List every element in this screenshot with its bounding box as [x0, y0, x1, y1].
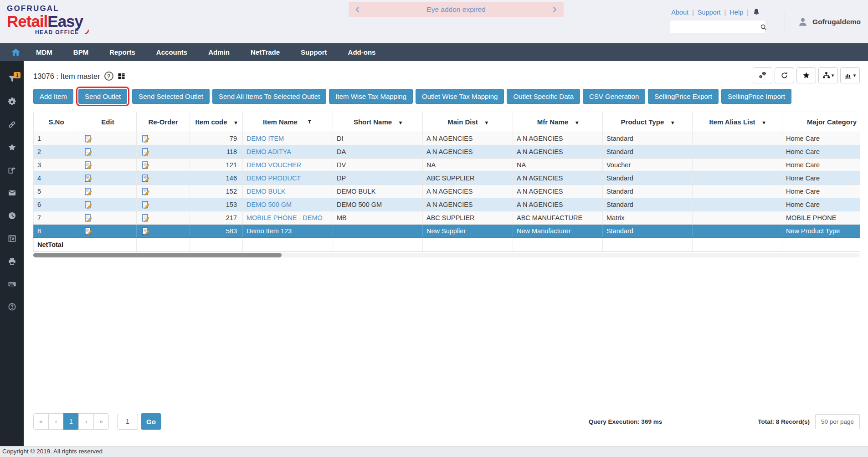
column-header-item-alias-list[interactable]: Item Alias List▾ [693, 112, 782, 132]
settings-gear-icon[interactable] [0, 98, 24, 120]
item-name-link[interactable]: DEMO VOUCHER [247, 161, 301, 169]
next-page-button[interactable]: › [78, 413, 94, 430]
item-name-link[interactable]: DEMO ADITYA [247, 148, 291, 155]
edit-icon[interactable] [79, 211, 137, 225]
page-help-icon[interactable]: ? [104, 72, 113, 81]
sort-caret-icon[interactable]: ▾ [671, 119, 674, 126]
column-header-item-name[interactable]: Item Name [243, 112, 333, 132]
filter-funnel-icon[interactable] [307, 118, 313, 126]
about-link[interactable]: About [671, 9, 688, 16]
favorites-star-icon[interactable] [0, 143, 24, 166]
column-header-main-dist[interactable]: Main Dist▾ [423, 112, 513, 132]
table-row[interactable]: 5152DEMO BULKDEMO BULKA N AGENCIESA N AG… [34, 185, 860, 198]
nav-item-support[interactable]: Support [290, 43, 338, 61]
last-page-button[interactable]: » [93, 413, 109, 430]
item-name-link[interactable]: DEMO ITEM [247, 135, 284, 142]
mail-icon[interactable] [0, 189, 24, 211]
column-header-re-order[interactable]: Re-Order [137, 112, 190, 132]
layout-grid-icon[interactable] [118, 72, 125, 80]
chart-view-button[interactable]: ▾ [840, 67, 860, 83]
table-row[interactable]: 2118DEMO ADITYADAA N AGENCIESA N AGENCIE… [34, 145, 860, 159]
notifications-bell-icon[interactable] [752, 8, 760, 16]
outlet-specific-data-button[interactable]: Outlet Specific Data [507, 89, 580, 104]
sort-caret-icon[interactable]: ▾ [235, 119, 237, 126]
item-wise-tax-mapping-button[interactable]: Item Wise Tax Mapping [329, 89, 413, 104]
hierarchy-view-button[interactable]: ▾ [818, 67, 838, 83]
favorite-star-button[interactable] [796, 67, 816, 83]
nav-item-nettrade[interactable]: NetTrade [240, 43, 290, 61]
help-link[interactable]: Help [729, 9, 743, 16]
nav-item-add-ons[interactable]: Add-ons [338, 43, 386, 61]
refresh-button[interactable] [775, 67, 794, 83]
go-button[interactable]: Go [141, 413, 161, 430]
brand-logo[interactable]: GOFRUGAL RetailEasy HEAD OFFICE [7, 4, 83, 36]
column-header-item-code[interactable]: Item code▾ [190, 112, 243, 132]
outlet-wise-tax-mapping-button[interactable]: Outlet Wise Tax Mapping [416, 89, 504, 104]
column-header-s-no[interactable]: S.No [34, 112, 79, 132]
send-outlet-button[interactable]: Send Outlet [78, 89, 127, 104]
keyboard-icon[interactable] [0, 280, 24, 303]
csv-generation-button[interactable]: CSV Generation [583, 89, 645, 104]
column-header-product-type[interactable]: Product Type▾ [603, 112, 693, 132]
page-number-input[interactable] [117, 414, 138, 430]
banner-prev-icon[interactable] [349, 6, 367, 13]
window-restore-icon[interactable] [0, 234, 24, 257]
reorder-icon[interactable] [137, 132, 190, 145]
reorder-icon[interactable] [137, 198, 190, 211]
settings-gears-button[interactable] [753, 67, 772, 83]
send-selected-outlet-button[interactable]: Send Selected Outlet [132, 89, 210, 104]
prev-page-button[interactable]: ‹ [48, 413, 64, 430]
history-clock-icon[interactable] [0, 211, 24, 234]
sort-caret-icon[interactable]: ▾ [763, 119, 765, 126]
add-item-button[interactable]: Add Item [33, 89, 73, 104]
sort-caret-icon[interactable]: ▾ [575, 119, 578, 126]
reorder-icon[interactable] [137, 225, 190, 238]
edit-icon[interactable] [79, 185, 137, 198]
column-header-major-category[interactable]: Major Category▾ [782, 112, 860, 132]
sellingprice-export-button[interactable]: SellingPrice Export [648, 89, 719, 104]
edit-icon[interactable] [79, 132, 137, 145]
edit-icon[interactable] [79, 159, 137, 172]
reorder-icon[interactable] [137, 185, 190, 198]
item-name-link[interactable]: Demo Item 123 [247, 227, 292, 235]
first-page-button[interactable]: « [33, 413, 49, 430]
table-row[interactable]: 3121DEMO VOUCHERDVNANAVoucherHome Care [34, 159, 860, 172]
edit-icon[interactable] [79, 198, 137, 211]
banner-next-icon[interactable] [545, 6, 564, 13]
link-icon[interactable] [0, 120, 24, 143]
support-link[interactable]: Support [698, 9, 721, 16]
sort-caret-icon[interactable]: ▾ [485, 119, 488, 126]
horizontal-scrollbar[interactable] [33, 253, 860, 257]
home-button[interactable] [5, 47, 26, 57]
page-1-button[interactable]: 1 [63, 413, 79, 430]
send-all-items-to-selected-outlet-button[interactable]: Send All Items To Selected Outlet [212, 89, 326, 104]
per-page-select[interactable]: 50 per page [815, 414, 860, 429]
nav-item-bpm[interactable]: BPM [63, 43, 99, 61]
column-header-mfr-name[interactable]: Mfr Name▾ [513, 112, 603, 132]
user-menu[interactable]: Gofrugaldemo [785, 12, 861, 32]
help-circle-icon[interactable] [0, 303, 24, 325]
item-name-link[interactable]: DEMO PRODUCT [247, 175, 301, 182]
item-name-link[interactable]: DEMO 500 GM [247, 201, 292, 208]
nav-item-admin[interactable]: Admin [198, 43, 240, 61]
table-row[interactable]: 4146DEMO PRODUCTDPABC SUPPLIERA N AGENCI… [34, 172, 860, 185]
print-icon[interactable] [0, 257, 24, 280]
column-header-short-name[interactable]: Short Name▾ [333, 112, 423, 132]
table-row[interactable]: 179DEMO ITEMDIA N AGENCIESA N AGENCIESSt… [34, 132, 860, 145]
sort-caret-icon[interactable]: ▾ [399, 119, 402, 126]
reorder-icon[interactable] [137, 172, 190, 185]
edit-icon[interactable] [79, 172, 137, 185]
reorder-icon[interactable] [137, 145, 190, 159]
edit-icon[interactable] [79, 145, 137, 159]
item-name-link[interactable]: MOBILE PHONE - DEMO [247, 214, 323, 221]
search-icon[interactable] [760, 24, 767, 31]
table-row[interactable]: 7217MOBILE PHONE - DEMOMBABC SUPPLIERABC… [34, 211, 860, 225]
reorder-icon[interactable] [137, 211, 190, 225]
reorder-icon[interactable] [137, 159, 190, 172]
search-input[interactable] [670, 23, 760, 31]
table-row[interactable]: 6153DEMO 500 GMDEMO 500 GMA N AGENCIESA … [34, 198, 860, 211]
table-row[interactable]: 8583Demo Item 123New SupplierNew Manufac… [34, 225, 860, 238]
sellingprice-import-button[interactable]: SellingPrice Import [721, 89, 791, 104]
banner-text[interactable]: Eye addon expired [367, 5, 545, 14]
nav-item-accounts[interactable]: Accounts [146, 43, 198, 61]
